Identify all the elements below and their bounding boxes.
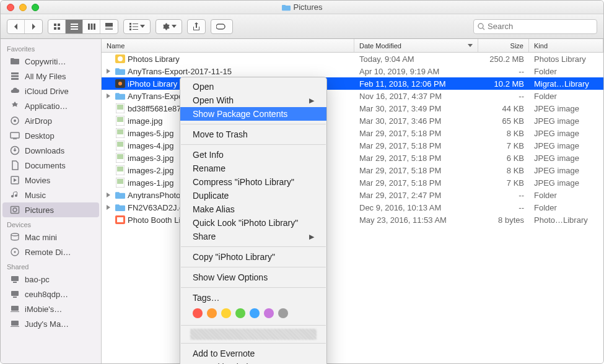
search-input[interactable]: [488, 22, 593, 31]
search-field[interactable]: [473, 19, 597, 34]
sidebar-item[interactable]: ceuh8qdp…: [1, 287, 101, 301]
file-row[interactable]: images-1.jpgMar 29, 2017, 5:18 PM7 KBJPE…: [102, 176, 603, 189]
sidebar-item[interactable]: AirDrop: [1, 113, 101, 128]
tag-color-dot[interactable]: [207, 308, 217, 318]
maximize-window-icon[interactable]: [32, 4, 39, 11]
arrange-button[interactable]: [124, 20, 150, 33]
menu-compress[interactable]: Compress "iPhoto Library": [180, 175, 326, 189]
svg-rect-0: [54, 24, 56, 26]
menu-tags[interactable]: Tags…: [180, 291, 326, 305]
svg-rect-6: [71, 28, 78, 30]
file-row[interactable]: AnytransPhotoBMar 29, 2017, 2:47 PM--Fol…: [102, 189, 603, 201]
sidebar-item[interactable]: Movies: [1, 173, 101, 188]
menu-add-to-evernote[interactable]: Add to Evernote: [180, 347, 326, 360]
menu-show-package-contents[interactable]: Show Package Contents: [180, 107, 326, 121]
file-row[interactable]: image.jpgMar 30, 2017, 3:46 PM65 KBJPEG …: [102, 115, 603, 127]
menu-copy[interactable]: Copy "iPhoto Library": [180, 250, 326, 264]
back-button[interactable]: [7, 20, 25, 33]
menu-make-alias[interactable]: Make Alias: [180, 202, 326, 216]
sidebar-item[interactable]: Judy's Ma…: [1, 316, 101, 331]
file-row[interactable]: images-2.jpgMar 29, 2017, 5:18 PM8 KBJPE…: [102, 164, 603, 176]
svg-rect-61: [117, 179, 123, 184]
file-row[interactable]: images-5.jpgMar 29, 2017, 5:18 PM8 KBJPE…: [102, 127, 603, 139]
file-kind: Migrat…Library: [529, 79, 603, 89]
sidebar-item[interactable]: Downloads: [1, 143, 101, 158]
sidebar-item[interactable]: Remote Di…: [1, 245, 101, 259]
sidebar-item-label: Desktop: [25, 131, 55, 141]
sidebar-item[interactable]: bao-pc: [1, 272, 101, 287]
menu-open[interactable]: Open: [180, 80, 326, 93]
svg-rect-63: [117, 217, 123, 222]
disclosure-triangle-icon[interactable]: [105, 204, 112, 210]
sidebar-item[interactable]: All My Files: [1, 69, 101, 84]
titlebar: Pictures: [1, 1, 603, 14]
file-kind: Folder: [529, 191, 603, 200]
disclosure-triangle-icon[interactable]: [105, 192, 112, 198]
column-name[interactable]: Name: [102, 39, 354, 52]
file-kind: Folder: [529, 92, 603, 101]
sidebar-item[interactable]: Copywriti…: [1, 54, 101, 69]
disclosure-triangle-icon[interactable]: [105, 93, 112, 99]
tag-color-dot[interactable]: [278, 308, 288, 318]
file-date: Mar 29, 2017, 2:47 PM: [354, 191, 478, 200]
menu-move-to-trash[interactable]: Move to Trash: [180, 128, 326, 141]
tag-color-dot[interactable]: [235, 308, 245, 318]
menu-get-info[interactable]: Get Info: [180, 148, 326, 162]
minimize-window-icon[interactable]: [19, 4, 27, 11]
column-view-button[interactable]: [83, 20, 100, 33]
file-name: image.jpg: [128, 116, 162, 126]
menu-show-view-options[interactable]: Show View Options: [180, 271, 326, 284]
file-size: 8 KB: [478, 166, 529, 175]
file-row[interactable]: images-3.jpgMar 29, 2017, 5:18 PM6 KBJPE…: [102, 152, 603, 164]
tag-color-dot[interactable]: [264, 308, 274, 318]
file-icon: [115, 190, 125, 200]
icon-view-button[interactable]: [48, 20, 66, 33]
file-name: images-5.jpg: [128, 129, 173, 138]
tag-color-dot[interactable]: [221, 308, 231, 318]
sidebar-item[interactable]: Documents: [1, 158, 101, 173]
tag-color-dot[interactable]: [193, 308, 203, 318]
file-row[interactable]: AnyTrans-Export-2017-11-15Apr 10, 2019, …: [102, 65, 603, 77]
file-row[interactable]: bd38ff5681e87Mar 30, 2017, 3:49 PM44 KBJ…: [102, 102, 603, 115]
sidebar-item[interactable]: Pictures: [2, 202, 99, 217]
forward-button[interactable]: [25, 20, 42, 33]
sidebar-item[interactable]: iCloud Drive: [1, 84, 101, 98]
coverflow-view-button[interactable]: [100, 20, 118, 33]
menu-quick-look[interactable]: Quick Look "iPhoto Library": [180, 216, 326, 230]
sidebar-item[interactable]: Applicatio…: [1, 98, 101, 113]
share-button[interactable]: [187, 19, 206, 34]
tags-button[interactable]: [211, 19, 233, 34]
column-size[interactable]: Size: [478, 39, 529, 52]
menu-duplicate[interactable]: Duplicate: [180, 189, 326, 202]
action-menu-button[interactable]: [155, 19, 182, 34]
file-row[interactable]: AnyTrans-ExportNov 16, 2017, 4:37 PM--Fo…: [102, 90, 603, 102]
menu-rename[interactable]: Rename: [180, 162, 326, 175]
disclosure-triangle-icon[interactable]: [105, 68, 112, 74]
sidebar-section-header: Favorites: [1, 41, 101, 54]
content: Name Date Modified Size Kind Photos Libr…: [102, 39, 603, 363]
menu-reveal-in-finder[interactable]: Reveal in Finder: [180, 360, 326, 364]
file-row[interactable]: iPhoto LibraryFeb 11, 2018, 12:06 PM10.2…: [102, 77, 603, 90]
file-row[interactable]: Photo Booth LibMay 23, 2016, 11:53 AM8 b…: [102, 214, 603, 226]
close-window-icon[interactable]: [7, 4, 14, 11]
sidebar-item[interactable]: Music: [1, 188, 101, 202]
desktop-icon: [9, 130, 20, 141]
menu-share[interactable]: Share▶: [180, 230, 326, 243]
tag-color-dot[interactable]: [250, 308, 260, 318]
sidebar-item[interactable]: Desktop: [1, 128, 101, 143]
sidebar-item[interactable]: Mac mini: [1, 230, 101, 245]
file-date: Mar 29, 2017, 5:18 PM: [354, 178, 478, 188]
svg-rect-31: [11, 207, 19, 214]
column-kind[interactable]: Kind: [529, 39, 603, 52]
menu-open-with[interactable]: Open With▶: [180, 93, 326, 107]
file-date: Apr 10, 2019, 9:19 AM: [354, 67, 478, 76]
file-row[interactable]: FN2V63AD2J.coDec 9, 2016, 10:13 AM--Fold…: [102, 201, 603, 214]
sidebar-item[interactable]: iMobie's…: [1, 301, 101, 316]
svg-rect-1: [58, 24, 60, 26]
column-date[interactable]: Date Modified: [354, 39, 478, 52]
file-row[interactable]: images-4.jpgMar 29, 2017, 5:18 PM7 KBJPE…: [102, 139, 603, 152]
file-row[interactable]: Photos LibraryToday, 9:04 AM250.2 MBPhot…: [102, 53, 603, 65]
file-kind: Folder: [529, 203, 603, 212]
list-view-button[interactable]: [66, 20, 83, 33]
svg-rect-24: [11, 78, 19, 80]
